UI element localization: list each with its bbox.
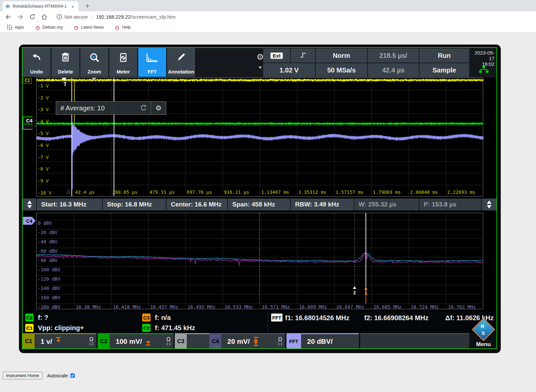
info-icon[interactable] xyxy=(56,14,62,20)
instrument-home-button[interactable]: Instrument Home xyxy=(3,372,43,379)
browser-toolbar: Not secure 192.168.229.22 /screencam_sfp… xyxy=(0,11,536,22)
trigger-slope-cell[interactable] xyxy=(291,49,315,63)
bookmark-apps[interactable]: Apps xyxy=(5,25,24,30)
cursor-handle-icon[interactable]: △ xyxy=(66,188,70,194)
clipping-indicator-icon xyxy=(254,337,258,346)
rising-edge-icon xyxy=(299,52,307,60)
home-icon[interactable] xyxy=(40,13,49,21)
fft-marker-1-icon[interactable] xyxy=(364,287,368,290)
channel-tab-c4[interactable]: C4 xyxy=(209,334,221,348)
fft-header: Start: 16.3 MHz Stop: 16.8 MHz Center: 1… xyxy=(23,198,496,210)
timebase-cell[interactable]: 218.5 µs/ xyxy=(368,49,419,63)
toolbar-button-label: Meter xyxy=(117,69,130,74)
trigger-mode-cell[interactable]: Norm xyxy=(316,49,367,63)
c2-c4-channel-marker[interactable]: C4 xyxy=(23,116,36,124)
toolbar-button-undo[interactable]: Undo xyxy=(23,48,51,77)
dbv-axis-label: -80 dBV xyxy=(38,258,57,263)
channel-group-c1[interactable]: C11 v/Ω1:1 xyxy=(23,333,96,348)
fft-rbw-field[interactable]: RBW: 3.49 kHz xyxy=(291,198,354,210)
fft-c4-channel-marker[interactable]: C4 xyxy=(23,217,36,225)
fft-marker-2-icon[interactable] xyxy=(353,286,356,289)
trigger-marker-label[interactable]: T xyxy=(63,81,67,87)
fft-span-field[interactable]: Span: 458 kHz xyxy=(228,198,290,210)
channel-group-fft[interactable]: FFT20 dBV/ xyxy=(286,333,359,348)
freq-axis-label: 16.571 MHz xyxy=(262,304,290,310)
channel-scale-cell-c1[interactable]: 1 v/Ω1:1 xyxy=(35,334,96,348)
trigger-source-cell[interactable]: Ext xyxy=(263,49,290,63)
bookmark-label: Apps xyxy=(15,25,24,30)
fft-center-field[interactable]: Center: 16.6 MHz xyxy=(166,198,227,210)
volt-axis-label: -2 V xyxy=(38,95,49,100)
channel-scale-cell-c3[interactable] xyxy=(187,334,209,348)
averages-settings-button[interactable]: ⚙ xyxy=(151,102,166,114)
c1-channel-marker[interactable]: C1 xyxy=(23,78,32,84)
toolbar-button-meter[interactable]: Meter xyxy=(109,48,137,77)
fft-position-field[interactable]: P: 153.8 µs xyxy=(419,198,481,210)
horizontal-position-cell[interactable]: 42.4 µs xyxy=(368,63,419,77)
fft-start-field[interactable]: Start: 16.3 MHz xyxy=(37,198,102,210)
forward-icon[interactable] xyxy=(16,13,25,21)
channel-tab-c1[interactable]: C1 xyxy=(23,334,35,348)
fft-window-field[interactable]: W: 255.32 µs xyxy=(354,198,419,210)
dbv-axis-label: -60 dBV xyxy=(38,248,57,254)
toolbar-button-fft[interactable]: FFT xyxy=(138,48,166,77)
menu-button[interactable]: R S Menu xyxy=(471,320,496,348)
fft-scale-stepper-left[interactable] xyxy=(23,198,36,210)
new-tab-button[interactable]: + xyxy=(83,2,92,11)
scope-waveform-canvas xyxy=(37,78,483,197)
fft-spectrum-canvas xyxy=(37,213,483,310)
dbv-axis-label: 0 dBV xyxy=(38,220,52,226)
status-grid: ExtNorm218.5 µs/Run1.02 V50 MSa/s42.4 µs… xyxy=(263,49,469,77)
fft-scale-stepper-right[interactable] xyxy=(482,198,496,210)
toolbar-button-label: Zoom xyxy=(88,69,101,74)
freq-axis-label: 16.457 MHz xyxy=(150,304,178,310)
browser-tab[interactable]: Rohde&Schwarz-RTM3004-1 × xyxy=(3,1,78,11)
channel-group-c3[interactable]: C3 xyxy=(175,333,209,348)
measure-readout: f: 471.45 kHz xyxy=(155,324,195,332)
time-axis-label: 1.35312 ms xyxy=(298,190,326,195)
reload-icon[interactable] xyxy=(28,13,37,21)
refresh-button[interactable] xyxy=(136,102,151,114)
channel-bar-spacer xyxy=(360,333,469,348)
channel-tab-c3[interactable]: C3 xyxy=(175,334,187,348)
measure-badge-c2: C2 xyxy=(142,324,151,332)
trigger-position-icon[interactable] xyxy=(62,78,66,81)
channel-scale-label: 20 dBV/ xyxy=(307,337,333,345)
fft-stop-field[interactable]: Stop: 16.8 MHz xyxy=(103,198,166,210)
fft-marker-2-label[interactable]: 2 xyxy=(353,290,356,295)
toolbar-button-annotation[interactable]: Annotation xyxy=(167,48,195,77)
date-label: 2023-05-17 xyxy=(472,50,494,61)
channel-scale-cell-c2[interactable]: 100 mV/Ω1:1 xyxy=(110,334,173,348)
back-icon[interactable] xyxy=(4,13,13,21)
channel-group-c2[interactable]: C2100 mV/Ω1:1 xyxy=(98,333,173,348)
run-state-cell[interactable]: Run xyxy=(419,49,469,63)
fft-cursor-2-line[interactable] xyxy=(355,213,355,286)
toolbar-button-zoom[interactable]: Zoom xyxy=(80,48,108,77)
bookmark-help[interactable]: Help xyxy=(112,25,131,30)
toolbar-button-delete[interactable]: Delete xyxy=(52,48,79,77)
channel-bar: C11 v/Ω1:1C2100 mV/Ω1:1C3C420 mV/Ω1:1FFT… xyxy=(23,333,496,348)
dbv-axis-label: -20 dBV xyxy=(38,230,57,235)
time-cursor-1[interactable] xyxy=(71,78,72,196)
fft-marker-1-label[interactable]: 1 xyxy=(365,291,368,296)
time-axis-label: 1.13467 ms xyxy=(261,190,289,195)
chevron-down-icon[interactable] xyxy=(259,66,262,69)
volt-axis-label: -6 V xyxy=(38,143,49,148)
channel-scale-cell-fft[interactable]: 20 dBV/ xyxy=(301,334,359,348)
address-bar[interactable]: Not secure 192.168.229.22 /screencam_sfp… xyxy=(56,14,175,20)
debian-icon xyxy=(74,25,79,30)
channel-tab-c2[interactable]: C2 xyxy=(98,334,110,348)
time-cursor-2[interactable] xyxy=(114,78,114,196)
fft-cursor-1-line[interactable] xyxy=(366,213,366,296)
channel-group-c4[interactable]: C420 mV/Ω1:1 xyxy=(209,333,285,348)
bookmark-latest-news[interactable]: Latest News xyxy=(71,25,104,30)
measure-readout: f: ? xyxy=(38,314,48,322)
trigger-level-cell[interactable]: 1.02 V xyxy=(263,63,315,77)
tab-close-icon[interactable]: × xyxy=(70,4,76,9)
autoscale-checkbox[interactable] xyxy=(70,373,75,378)
channel-scale-cell-c4[interactable]: 20 mV/Ω1:1 xyxy=(221,334,285,348)
bookmark-debian-org[interactable]: Debian.org xyxy=(33,25,63,30)
acquisition-mode-cell[interactable]: Sample xyxy=(419,63,469,77)
channel-tab-fft[interactable]: FFT xyxy=(286,334,301,348)
sample-rate-cell[interactable]: 50 MSa/s xyxy=(316,63,367,77)
